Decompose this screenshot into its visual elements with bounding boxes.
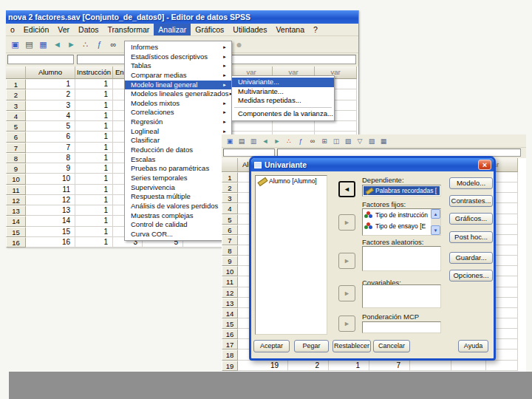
menu-item[interactable]: Estadísticos descriptivos ►: [125, 52, 231, 62]
cell[interactable]: 1: [75, 205, 113, 216]
row-number[interactable]: 8: [6, 153, 26, 163]
cell[interactable]: 1: [75, 153, 113, 163]
cell[interactable]: 1: [75, 89, 113, 100]
print-icon[interactable]: ▤: [236, 136, 248, 146]
save-icon[interactable]: ▣: [8, 38, 22, 51]
row-number[interactable]: 12: [6, 195, 26, 205]
row-number[interactable]: 10: [6, 174, 26, 184]
cell[interactable]: 1: [75, 195, 113, 205]
restablecer-button[interactable]: Restablecer: [332, 340, 371, 352]
move-fixed-factor-button[interactable]: ►: [338, 214, 355, 231]
cell[interactable]: 6: [26, 132, 75, 142]
menu-item[interactable]: Reducción de datos ►: [125, 146, 231, 155]
menubar-item[interactable]: o: [6, 24, 19, 35]
menu-item[interactable]: Regresión ►: [125, 117, 231, 127]
move-wls-button[interactable]: ►: [338, 316, 355, 332]
close-button[interactable]: ×: [478, 160, 491, 170]
scrollbar[interactable]: ▲ ▼: [431, 209, 440, 235]
cell[interactable]: 10: [26, 174, 75, 184]
cell[interactable]: 16: [26, 237, 75, 248]
row-number[interactable]: 7: [222, 235, 238, 245]
move-covariate-button[interactable]: ►: [338, 285, 355, 301]
cell[interactable]: 1: [75, 163, 113, 174]
find-icon[interactable]: ∞: [106, 38, 120, 51]
aceptar-button[interactable]: Aceptar: [253, 340, 290, 352]
row-number[interactable]: 6: [222, 225, 238, 235]
row-number[interactable]: 9: [222, 256, 238, 266]
menu-item[interactable]: Correlaciones ►: [125, 108, 231, 117]
random-factors-list[interactable]: [362, 246, 441, 271]
cell[interactable]: [231, 121, 273, 132]
modelo-button[interactable]: Modelo...: [449, 177, 493, 189]
cell[interactable]: [315, 121, 357, 132]
cancelar-button[interactable]: Cancelar: [373, 340, 410, 352]
menu-item[interactable]: Análisis de valores perdidos: [125, 202, 231, 211]
cell[interactable]: 15: [26, 227, 75, 237]
wls-weight-field[interactable]: [362, 321, 441, 333]
corner-header[interactable]: [222, 158, 238, 172]
cell-ref-field[interactable]: [7, 55, 74, 64]
row-number[interactable]: 5: [6, 121, 26, 132]
row-number[interactable]: 14: [222, 308, 238, 318]
recall-dialog-icon[interactable]: ▥: [248, 136, 259, 146]
goto-chart-icon[interactable]: ∴: [283, 136, 295, 146]
cell[interactable]: 1: [75, 185, 113, 195]
cell[interactable]: 9: [26, 163, 75, 174]
menubar-item[interactable]: Datos: [74, 24, 103, 35]
row-number[interactable]: 17: [222, 339, 238, 349]
menu-item[interactable]: Pruebas no paramétricas ►: [125, 164, 231, 174]
cell[interactable]: 1: [75, 79, 113, 89]
move-dependent-button[interactable]: ◄: [338, 181, 355, 197]
print-icon[interactable]: ▤: [22, 38, 36, 51]
guardar-button[interactable]: Guardar...: [449, 252, 493, 264]
save-icon[interactable]: ▣: [224, 136, 236, 146]
row-number[interactable]: 10: [222, 266, 238, 276]
cell[interactable]: 1: [75, 216, 113, 226]
cell[interactable]: 11: [26, 185, 75, 195]
row-number[interactable]: 6: [6, 132, 26, 142]
column-header[interactable]: Instrucción: [75, 66, 113, 79]
contrastes-button[interactable]: Contrastes...: [449, 195, 493, 207]
cell[interactable]: 19: [238, 361, 288, 371]
cell[interactable]: 1: [75, 237, 113, 248]
split-file-icon[interactable]: ▧: [342, 136, 354, 146]
move-random-factor-button[interactable]: ►: [338, 253, 355, 269]
menubar-item[interactable]: Gráficos: [191, 24, 228, 35]
cell[interactable]: 1: [75, 132, 113, 142]
post-hoc-button[interactable]: Post hoc...: [449, 231, 493, 243]
row-number[interactable]: 19: [222, 361, 238, 371]
cell[interactable]: 1: [75, 121, 113, 132]
row-number[interactable]: 15: [6, 227, 26, 237]
list-item[interactable]: Alumno [Alumno]: [256, 176, 327, 186]
goto-chart-icon[interactable]: ∴: [78, 38, 92, 51]
corner-header[interactable]: [6, 66, 26, 79]
cell[interactable]: 2: [288, 361, 329, 371]
redo-icon[interactable]: ►: [64, 38, 78, 51]
cell[interactable]: 1: [329, 361, 369, 371]
cell[interactable]: 7: [369, 361, 410, 371]
row-number[interactable]: 8: [222, 245, 238, 256]
cell[interactable]: [410, 361, 451, 371]
edit-data-icon[interactable]: ▦: [36, 38, 50, 51]
menubar-item[interactable]: Edición: [19, 24, 53, 35]
cell[interactable]: 1: [75, 100, 113, 111]
submenu-item[interactable]: Medidas repetidas...: [232, 96, 334, 106]
cell[interactable]: 13: [26, 205, 75, 216]
menubar-item[interactable]: Analizar: [154, 24, 191, 35]
menu-item[interactable]: Modelos mixtos ►: [125, 99, 231, 109]
opciones-button[interactable]: Opciones...: [449, 270, 493, 282]
row-number[interactable]: 16: [6, 237, 26, 248]
row-number[interactable]: 3: [6, 100, 26, 111]
cell[interactable]: 1: [26, 79, 75, 89]
source-variable-list[interactable]: Alumno [Alumno]: [255, 175, 327, 335]
row-number[interactable]: 1: [222, 172, 238, 183]
cell[interactable]: 3: [26, 100, 75, 111]
covariates-list[interactable]: [362, 284, 441, 308]
menu-item[interactable]: Curva COR...: [125, 230, 231, 239]
row-number[interactable]: 11: [222, 276, 238, 287]
row-number[interactable]: 13: [6, 205, 26, 216]
menu-item[interactable]: Escalas ►: [125, 155, 231, 165]
menu-item[interactable]: Control de calidad ►: [125, 220, 231, 230]
cell[interactable]: 12: [26, 195, 75, 205]
row-number[interactable]: 15: [222, 318, 238, 329]
